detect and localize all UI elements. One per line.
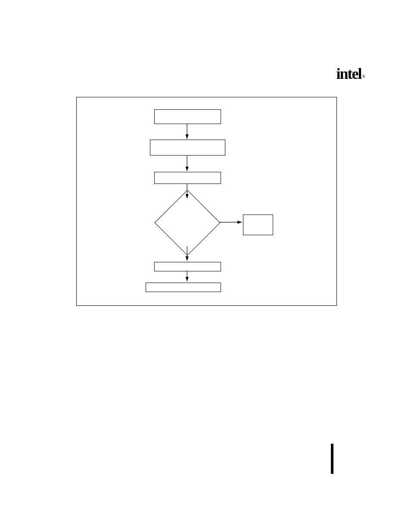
process-box-4 (154, 262, 221, 271)
flowchart (77, 97, 336, 305)
logo-text: intel (336, 65, 361, 82)
process-box-2 (150, 140, 225, 156)
flow-arrows (77, 97, 336, 305)
output-box (243, 215, 273, 235)
intel-logo: intel® (336, 65, 364, 83)
vertical-bar (331, 444, 333, 474)
process-box-1 (154, 109, 221, 124)
process-box-3 (154, 172, 221, 184)
flowchart-frame (76, 97, 337, 306)
registered-mark: ® (362, 74, 364, 79)
decision-diamond (155, 190, 221, 256)
process-box-5 (146, 283, 221, 292)
